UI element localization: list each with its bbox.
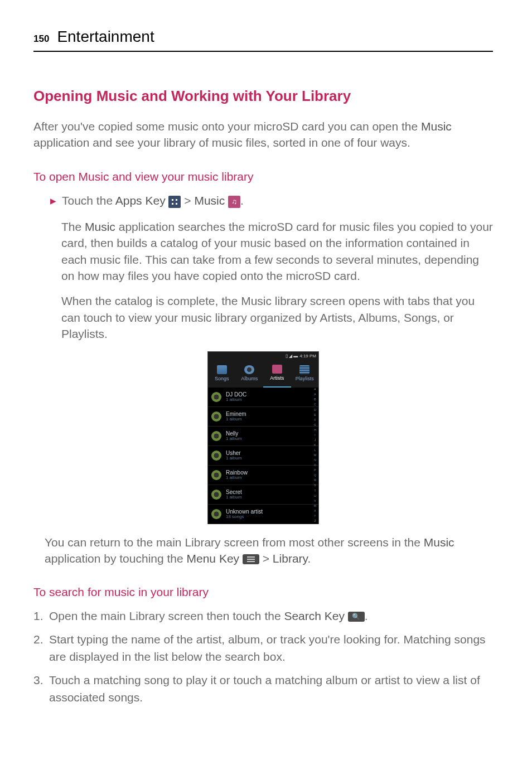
artist-name: Unknown artist	[226, 509, 263, 515]
alpha-letter[interactable]: I	[313, 433, 317, 438]
status-time: 4:19 PM	[299, 353, 316, 360]
music-library-screenshot: ▯ ◢ ▬ 4:19 PM Songs Albums Artists Playl…	[207, 351, 319, 524]
alpha-letter[interactable]: M	[313, 453, 317, 458]
alpha-letter[interactable]: Z	[313, 519, 317, 524]
alpha-letter[interactable]: L	[313, 448, 317, 453]
tab-playlists[interactable]: Playlists	[291, 361, 319, 388]
triangle-bullet-icon: ▸	[50, 192, 56, 210]
alpha-letter[interactable]: S	[313, 483, 317, 488]
alpha-letter[interactable]: V	[313, 499, 317, 503]
artist-name: Secret	[226, 489, 242, 495]
page-header: 150 Entertainment	[33, 25, 493, 52]
artist-name: Usher	[226, 450, 241, 456]
alpha-letter[interactable]: Q	[313, 473, 317, 478]
signal-icon: ▯ ◢ ▬	[286, 353, 298, 360]
step-2-text: Start typing the name of the artist, alb…	[49, 631, 493, 665]
step-3-text: Touch a matching song to play it or touc…	[49, 672, 493, 706]
alpha-letter[interactable]: O	[313, 463, 317, 468]
tab-songs[interactable]: Songs	[208, 361, 236, 388]
menu-key-label: Menu Key	[187, 552, 240, 565]
alpha-letter[interactable]: E	[313, 413, 317, 418]
section-title: Entertainment	[57, 25, 154, 49]
music-label: Music	[194, 194, 225, 207]
artist-row[interactable]: Usher1 album	[208, 446, 318, 466]
artist-sub: 1 album	[226, 417, 246, 422]
artist-sub: 1 album	[226, 495, 242, 500]
album-disc-icon	[211, 509, 221, 519]
subheading-search-music: To search for music in your library	[33, 583, 493, 601]
music-tabs: Songs Albums Artists Playlists	[208, 361, 318, 388]
album-disc-icon	[211, 451, 221, 461]
tab-artists[interactable]: Artists	[263, 361, 291, 388]
alpha-letter[interactable]: R	[313, 478, 317, 483]
step-suffix: .	[240, 194, 244, 207]
alpha-letter[interactable]: N	[313, 458, 317, 463]
paragraph-catalog: When the catalog is complete, the Music …	[61, 293, 493, 342]
alpha-letter[interactable]: W	[313, 504, 317, 509]
para1-music-bold: Music	[85, 220, 115, 233]
alpha-letter[interactable]: K	[313, 443, 317, 448]
step-1-num: 1.	[33, 608, 49, 624]
artist-row[interactable]: DJ DOC1 album	[208, 388, 318, 407]
artist-row[interactable]: Eminem1 album	[208, 407, 318, 427]
tab-albums[interactable]: Albums	[236, 361, 264, 388]
paragraph-search-card: The Music application searches the micro…	[61, 219, 493, 284]
alpha-letter[interactable]: P	[313, 468, 317, 473]
alpha-letter[interactable]: U	[313, 494, 317, 498]
apps-key-label: Apps Key	[115, 194, 166, 207]
tab-playlists-label: Playlists	[296, 375, 314, 383]
alpha-letter[interactable]: D	[313, 408, 317, 413]
tab-songs-label: Songs	[215, 375, 229, 383]
music-app-icon: ♫	[228, 196, 240, 208]
alpha-index[interactable]: #ABCDEFGHIJKLMNOPQRSTUVWXYZ	[313, 388, 317, 524]
alpha-letter[interactable]: T	[313, 489, 317, 493]
intro-text-2: application and see your library of musi…	[33, 136, 410, 149]
artist-name: Rainbow	[226, 469, 248, 476]
artist-name: DJ DOC	[226, 391, 246, 398]
apps-key-icon	[168, 196, 181, 208]
artist-row[interactable]: Secret1 album	[208, 485, 318, 505]
intro-music-bold: Music	[421, 120, 452, 133]
alpha-letter[interactable]: F	[313, 418, 317, 423]
after-sep: >	[259, 552, 273, 565]
artist-row[interactable]: Unknown artist18 songs	[208, 505, 318, 524]
after-part1: You can return to the main Library scree…	[45, 536, 424, 549]
alpha-letter[interactable]: H	[313, 428, 317, 433]
intro-text-1: After you've copied some music onto your…	[33, 120, 421, 133]
main-heading: Opening Music and Working with Your Libr…	[33, 85, 493, 107]
paragraph-return-library: You can return to the main Library scree…	[45, 534, 493, 567]
artist-sub: 1 album	[226, 398, 246, 403]
step-sep: >	[181, 194, 194, 207]
album-disc-icon	[211, 490, 221, 500]
artist-row[interactable]: Nelly1 album	[208, 427, 318, 446]
artist-sub: 1 album	[226, 437, 241, 442]
intro-paragraph: After you've copied some music onto your…	[33, 118, 493, 151]
album-disc-icon	[211, 431, 221, 441]
alpha-letter[interactable]: G	[313, 423, 317, 428]
alpha-letter[interactable]: A	[313, 393, 317, 397]
alpha-letter[interactable]: #	[313, 388, 317, 392]
alpha-letter[interactable]: C	[313, 403, 317, 407]
step-2: 2. Start typing the name of the artist, …	[33, 631, 493, 665]
alpha-letter[interactable]: X	[313, 509, 317, 514]
alpha-letter[interactable]: B	[313, 398, 317, 402]
tab-albums-label: Albums	[241, 375, 258, 383]
artist-row[interactable]: Rainbow1 album	[208, 466, 318, 485]
alpha-letter[interactable]: J	[313, 438, 317, 443]
status-bar: ▯ ◢ ▬ 4:19 PM	[208, 352, 318, 361]
album-disc-icon	[211, 392, 221, 402]
step-3-num: 3.	[33, 672, 49, 706]
step-1-text: Open the main Library screen then touch …	[49, 609, 284, 622]
search-key-icon: 🔍	[348, 612, 365, 622]
alpha-letter[interactable]: Y	[313, 514, 317, 519]
step-1-suffix: .	[365, 609, 368, 622]
step-3: 3. Touch a matching song to play it or t…	[33, 672, 493, 706]
songs-icon	[217, 365, 227, 374]
page-number: 150	[33, 32, 49, 46]
artist-list: DJ DOC1 albumEminem1 albumNelly1 albumUs…	[208, 388, 318, 524]
tab-artists-label: Artists	[270, 375, 284, 382]
search-key-label: Search Key	[284, 609, 345, 622]
subheading-open-music: To open Music and view your music librar…	[33, 168, 493, 186]
playlists-icon	[299, 365, 309, 374]
step-1: 1. Open the main Library screen then tou…	[33, 608, 493, 624]
